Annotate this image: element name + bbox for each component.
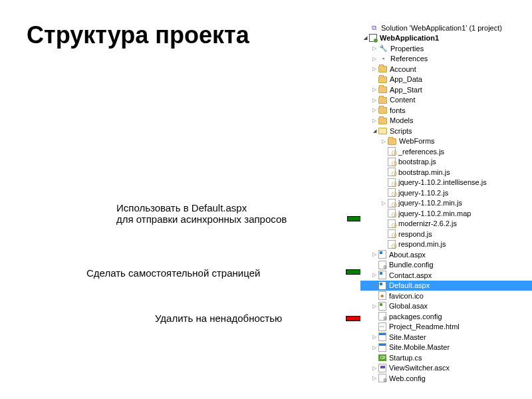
tree-file-config[interactable]: Bundle.config [360, 260, 532, 271]
tree-file-aspx[interactable]: Contact.aspx [360, 270, 532, 281]
tree-folder-fonts[interactable]: fonts [360, 105, 532, 116]
js-file-icon [388, 209, 396, 217]
tree-references[interactable]: References [360, 54, 532, 65]
js-file-icon [388, 240, 396, 249]
tree-file-readme[interactable]: Project_Readme.html [360, 322, 532, 332]
folder-icon [378, 76, 387, 83]
expander-icon[interactable] [380, 138, 387, 144]
node-label: bootstrap.js [398, 158, 436, 166]
js-file-icon [388, 188, 396, 197]
expander-icon[interactable] [371, 303, 378, 309]
expander-icon[interactable] [371, 128, 378, 134]
js-file-icon [388, 147, 396, 156]
annotation-delete: Удалить на ненадобностью [155, 313, 348, 324]
expander-icon[interactable] [371, 272, 378, 279]
master-file-icon [378, 343, 386, 352]
tree-file-packages[interactable]: packages.config [360, 311, 532, 322]
references-icon [378, 54, 388, 63]
tree-folder-account[interactable]: Account [360, 64, 532, 74]
tree-folder-appstart[interactable]: App_Start [360, 84, 532, 95]
js-file-icon [388, 219, 396, 228]
expander-icon[interactable] [371, 55, 378, 62]
annotation-line: для отправки асинхронных запросов [116, 213, 349, 225]
tree-file-js[interactable]: bootstrap.js [360, 157, 532, 168]
js-file-icon [388, 178, 396, 187]
tree-file-sitemobile[interactable]: Site.Mobile.Master [360, 342, 532, 353]
tree-file-favicon[interactable]: favicon.ico [360, 291, 532, 301]
aspx-file-icon [378, 271, 386, 279]
expander-icon[interactable] [371, 107, 378, 114]
tree-file-js[interactable]: bootstrap.min.js [360, 167, 532, 178]
node-label: App_Data [390, 75, 422, 83]
tree-project[interactable]: WebApplication1 [360, 33, 532, 44]
folder-icon [378, 66, 387, 72]
expander-icon[interactable] [371, 282, 378, 289]
expander-icon[interactable] [362, 35, 368, 41]
tree-properties[interactable]: Properties [360, 43, 532, 54]
tree-folder-models[interactable]: Models [360, 116, 532, 126]
config-file-icon [378, 374, 386, 382]
tree-file-js[interactable]: modernizr-2.6.2.js [360, 219, 532, 229]
node-label: jquery-1.10.2.intellisense.js [398, 178, 487, 186]
tree-file-js[interactable]: respond.js [360, 229, 532, 239]
node-label: respond.js [398, 230, 432, 238]
expander-icon[interactable] [371, 96, 378, 103]
expander-icon[interactable] [371, 334, 378, 340]
node-label: jquery-1.10.2.js [398, 189, 448, 197]
expander-icon[interactable] [371, 117, 378, 124]
tree-file-js[interactable]: jquery-1.10.2.min.js [360, 198, 532, 209]
tree-file-js[interactable]: respond.min.js [360, 239, 532, 250]
expander-icon[interactable] [371, 45, 378, 52]
tree-file-sitemaster[interactable]: Site.Master [360, 332, 532, 342]
ascx-file-icon [378, 364, 386, 372]
node-label: Startup.cs [389, 354, 422, 362]
js-file-icon [388, 168, 396, 176]
tree-file-global-asax[interactable]: Global.asax [360, 301, 532, 312]
tree-folder-scripts[interactable]: Scripts [360, 126, 532, 136]
node-label: modernizr-2.6.2.js [398, 219, 457, 227]
tree-folder-webforms[interactable]: WebForms [360, 136, 532, 147]
project-icon [369, 34, 377, 42]
asax-file-icon [378, 302, 386, 311]
aspx-file-icon [378, 250, 386, 259]
solution-explorer-tree: Solution 'WebApplication1' (1 project) W… [360, 23, 532, 384]
node-label: About.aspx [389, 251, 426, 259]
aspx-file-icon [378, 281, 386, 290]
node-label: ViewSwitcher.ascx [389, 364, 450, 372]
tree-file-aspx[interactable]: About.aspx [360, 249, 532, 260]
js-file-icon [388, 158, 396, 166]
tree-folder-content[interactable]: Content [360, 95, 532, 106]
node-label: fonts [390, 106, 406, 114]
node-label: Scripts [390, 127, 412, 135]
solution-icon [369, 23, 378, 33]
tree-file-js[interactable]: jquery-1.10.2.min.map [360, 208, 532, 219]
tree-file-js[interactable]: _references.js [360, 146, 532, 157]
tree-file-webconfig[interactable]: Web.config [360, 373, 532, 384]
tree-file-default-aspx[interactable]: Default.aspx [360, 281, 532, 291]
ico-file-icon [378, 291, 386, 300]
config-file-icon [378, 312, 386, 321]
expander-icon[interactable] [371, 344, 378, 350]
tree-folder-appdata[interactable]: App_Data [360, 74, 532, 85]
tree-file-js[interactable]: jquery-1.10.2.intellisense.js [360, 178, 532, 188]
folder-icon [378, 86, 387, 93]
tree-file-js[interactable]: jquery-1.10.2.js [360, 188, 532, 198]
expander-icon[interactable] [380, 200, 387, 206]
tree-file-startup-cs[interactable]: Startup.cs [360, 352, 532, 363]
expander-icon[interactable] [371, 251, 378, 258]
node-label: _references.js [398, 148, 444, 156]
js-file-icon [388, 199, 396, 207]
node-label: jquery-1.10.2.min.js [398, 199, 462, 207]
node-label: Global.asax [389, 302, 428, 310]
expander-icon[interactable] [371, 375, 378, 382]
folder-icon [378, 107, 387, 114]
expander-icon[interactable] [371, 364, 378, 371]
node-label: Bundle.config [389, 261, 434, 269]
tree-solution[interactable]: Solution 'WebApplication1' (1 project) [360, 23, 532, 33]
node-label: Properties [390, 45, 424, 53]
expander-icon[interactable] [371, 86, 378, 93]
expander-icon[interactable] [371, 66, 378, 72]
folder-open-icon [378, 128, 387, 134]
tree-file-viewswitcher[interactable]: ViewSwitcher.ascx [360, 363, 532, 374]
master-file-icon [378, 332, 386, 341]
